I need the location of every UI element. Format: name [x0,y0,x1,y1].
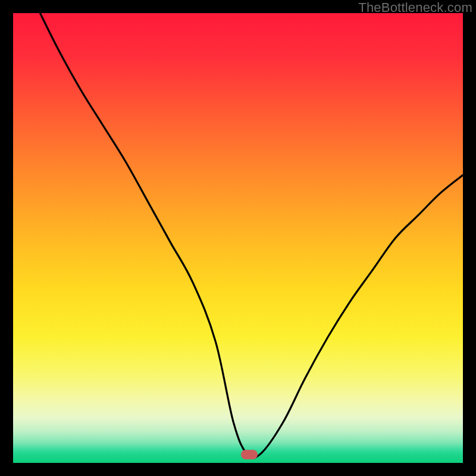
curve-svg [13,13,463,463]
bottleneck-marker [241,450,258,459]
chart-container: TheBottleneck.com [0,0,476,476]
bottleneck-curve [40,13,463,458]
plot-area [13,13,463,463]
